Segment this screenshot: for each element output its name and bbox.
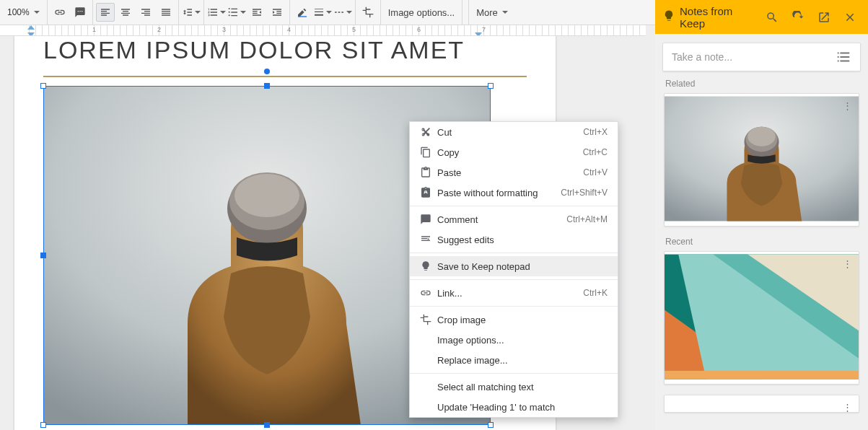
align-left-button[interactable] [96, 3, 115, 22]
svg-rect-0 [298, 16, 307, 17]
cm-crop[interactable]: Crop image [410, 310, 618, 330]
take-note-placeholder: Take a note... [672, 51, 836, 63]
context-menu: Cut Ctrl+X Copy Ctrl+C Paste Ctrl+V Past… [409, 121, 618, 418]
more-button[interactable]: More [469, 0, 515, 25]
cm-paste-nofmt[interactable]: Paste without formatting Ctrl+Shift+V [410, 183, 618, 203]
zoom-value: 100% [7, 7, 30, 17]
card-more-button[interactable]: ⋮ [840, 256, 854, 271]
scissors-icon [417, 126, 434, 138]
first-line-indent-marker[interactable] [27, 25, 35, 30]
card-more-button[interactable]: ⋮ [840, 400, 854, 413]
cm-comment[interactable]: Comment Ctrl+Alt+M [410, 209, 618, 229]
left-indent-marker[interactable] [27, 32, 35, 36]
border-weight-button[interactable] [313, 3, 332, 22]
ruler[interactable]: 1 2 3 4 5 6 7 [0, 25, 646, 36]
numbered-list-button[interactable] [207, 3, 226, 22]
insert-link-button[interactable] [51, 3, 69, 22]
border-color-button[interactable] [293, 3, 312, 22]
recent-label: Recent [665, 237, 868, 247]
card-material-design [665, 252, 859, 382]
link-icon [417, 287, 434, 299]
image-options-label: Image options... [388, 7, 455, 18]
clipboard-icon [417, 167, 434, 178]
keep-close-button[interactable] [839, 6, 861, 28]
cm-select-matching[interactable]: Select all matching text [410, 377, 618, 397]
take-note-input[interactable]: Take a note... [662, 43, 861, 71]
keep-card-recent-1[interactable]: ⋮ [664, 251, 859, 385]
crop-icon [417, 314, 434, 325]
card-more-button[interactable]: ⋮ [840, 98, 854, 113]
right-indent-marker[interactable] [475, 32, 482, 36]
cm-save-to-keep[interactable]: Save to Keep notepad [410, 256, 618, 276]
image-options-button[interactable]: Image options... [381, 0, 463, 25]
svg-rect-14 [665, 371, 859, 379]
align-justify-button[interactable] [157, 3, 175, 22]
keep-card-recent-2[interactable]: ⋮ [664, 395, 859, 413]
cm-suggest[interactable]: Suggest edits [410, 229, 618, 250]
keep-panel: Notes from Keep Take a note... Related ⋮… [655, 0, 868, 430]
align-center-button[interactable] [116, 3, 135, 22]
lightbulb-icon [417, 260, 434, 272]
heading-1[interactable]: LOREM IPSUM DOLOR SIT AMET [43, 36, 527, 64]
cm-replace-image[interactable]: Replace image... [410, 350, 618, 370]
keep-refresh-button[interactable] [787, 6, 809, 28]
decrease-indent-button[interactable] [247, 3, 266, 22]
keep-card-related-1[interactable]: ⋮ [664, 93, 859, 227]
cm-link[interactable]: Link... Ctrl+K [410, 283, 618, 303]
crop-button[interactable] [359, 3, 377, 22]
cm-cut[interactable]: Cut Ctrl+X [410, 122, 618, 142]
cm-image-options[interactable]: Image options... [410, 330, 618, 350]
cm-update-heading[interactable]: Update 'Heading 1' to match [410, 397, 618, 417]
bulleted-list-button[interactable] [227, 3, 246, 22]
clipboard-text-icon [417, 187, 434, 198]
increase-indent-button[interactable] [268, 3, 286, 22]
horizontal-rule [43, 76, 527, 77]
line-spacing-button[interactable] [182, 3, 201, 22]
border-dash-button[interactable] [333, 3, 352, 22]
new-list-icon[interactable] [836, 49, 851, 65]
related-label: Related [665, 79, 868, 89]
zoom-dropdown[interactable]: 100% [0, 0, 48, 25]
keep-search-button[interactable] [761, 6, 783, 28]
comment-icon [417, 214, 434, 225]
cm-paste[interactable]: Paste Ctrl+V [410, 162, 618, 183]
keep-title: Notes from Keep [680, 5, 757, 30]
align-right-button[interactable] [136, 3, 155, 22]
more-label: More [476, 7, 498, 18]
svg-point-8 [748, 127, 775, 146]
lightbulb-icon [662, 9, 675, 25]
card-photo-beanie [665, 94, 859, 224]
keep-header: Notes from Keep [655, 0, 868, 34]
keep-open-button[interactable] [813, 6, 835, 28]
cm-copy[interactable]: Copy Ctrl+C [410, 142, 618, 162]
suggest-icon [417, 234, 434, 245]
insert-comment-button[interactable] [71, 3, 89, 22]
copy-icon [417, 146, 434, 158]
